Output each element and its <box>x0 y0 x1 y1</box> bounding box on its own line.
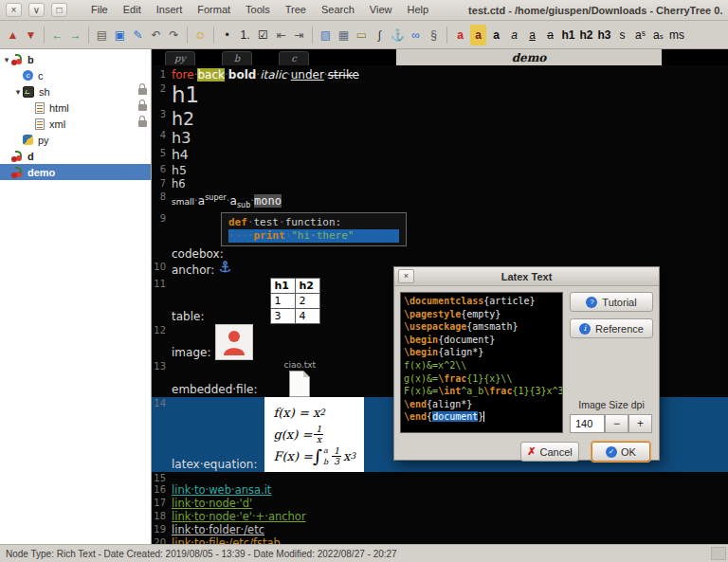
dialog-side-panel: Tutorial Reference Image Size dpi 140 − … <box>570 292 653 433</box>
redo-icon[interactable]: ↷ <box>166 25 182 45</box>
embedded-file[interactable]: ciao.txt <box>283 360 316 397</box>
h3-icon[interactable]: h3 <box>596 25 612 45</box>
latex-source-editor[interactable]: \documentclass{article}\pagestyle{empty}… <box>400 292 563 433</box>
insert-latex-icon[interactable]: ∫ <box>372 25 388 45</box>
tree-node-xml[interactable]: xml <box>0 116 151 132</box>
node-up-icon[interactable]: ▲ <box>5 25 21 45</box>
latex-code-run: \end <box>404 399 427 409</box>
numbered-list-icon[interactable]: 1. <box>237 25 253 45</box>
formatted-text-line: fore·back·bold·italic·under·strike <box>172 68 359 82</box>
small-text-icon[interactable]: s <box>614 25 630 45</box>
dpi-value-field[interactable]: 140 <box>570 414 605 433</box>
menu-view[interactable]: View <box>362 0 400 20</box>
latex-image[interactable]: f(x) = x2 g(x) = 1x F(x) = ∫ab13x3 <box>264 397 364 472</box>
menu-insert[interactable]: Insert <box>149 0 191 20</box>
header-node-c[interactable]: c <box>279 51 309 65</box>
menu-format[interactable]: Format <box>190 0 238 20</box>
code-run: def <box>228 216 247 228</box>
go-back-icon[interactable]: ← <box>49 25 65 45</box>
editor-line: 5h4 <box>152 147 728 163</box>
italic-icon[interactable]: a <box>506 25 522 45</box>
tree-node-html[interactable]: html <box>0 100 151 116</box>
tree-node-b[interactable]: b <box>0 51 151 67</box>
node-icon <box>11 151 23 162</box>
menu-help[interactable]: Help <box>399 0 436 20</box>
menu-tools[interactable]: Tools <box>238 0 278 20</box>
tree-node-py[interactable]: py <box>0 132 151 148</box>
line-number: 16 <box>152 483 172 497</box>
tree-node-label: xml <box>49 118 65 130</box>
h2-icon[interactable]: h2 <box>578 25 594 45</box>
tree-node-sh[interactable]: sh <box>0 83 151 100</box>
menu-file[interactable]: File <box>83 0 116 20</box>
latex-dialog: × Latex Text \documentclass{article}\pag… <box>393 266 660 461</box>
strikethrough-icon[interactable]: a <box>542 25 558 45</box>
close-icon[interactable]: × <box>6 3 22 17</box>
insert-table-icon[interactable]: ▦ <box>336 25 352 45</box>
undo-icon[interactable]: ↶ <box>148 25 164 45</box>
line-number: 17 <box>152 497 172 510</box>
link-to-file-fstab[interactable]: link·to·file·/etc/fstab <box>172 537 281 545</box>
underline-icon[interactable]: a <box>524 25 540 45</box>
expander-icon[interactable] <box>13 87 23 97</box>
link-to-node-e-anchor[interactable]: link·to·node·'e'·+·anchor <box>172 511 306 524</box>
toggle-tree-icon[interactable]: ▤ <box>94 25 110 45</box>
latex-code-run: \frac <box>483 386 512 396</box>
attach-file-icon[interactable]: § <box>426 25 442 45</box>
header-node-py[interactable]: py <box>165 51 195 65</box>
resize-grip[interactable] <box>711 547 726 560</box>
bold-icon[interactable]: a <box>488 25 504 45</box>
node-down-icon[interactable]: ▼ <box>23 25 39 45</box>
menu-search[interactable]: Search <box>314 0 362 20</box>
insert-codebox-icon[interactable]: ▭ <box>354 25 370 45</box>
indent-less-icon[interactable]: ⇤ <box>273 25 289 45</box>
background-color-icon[interactable]: a <box>470 25 486 45</box>
embedded-image[interactable] <box>215 324 253 360</box>
cancel-button[interactable]: ✗Cancel <box>520 442 579 462</box>
insert-link-icon[interactable]: ∞ <box>408 25 424 45</box>
latex-code-run: {article} <box>483 296 535 306</box>
bulleted-list-icon[interactable]: • <box>219 25 235 45</box>
link-to-folder-etc[interactable]: link·to·folder·/etc <box>172 524 264 537</box>
line-number: 2 <box>152 82 172 96</box>
superscript-icon[interactable]: aˢ <box>632 25 648 45</box>
latex-source-line: \end{align*} <box>404 398 559 411</box>
line-number: 13 <box>152 360 172 373</box>
editor-line: 19link·to·folder·/etc <box>152 523 728 536</box>
reference-button[interactable]: Reference <box>570 318 653 338</box>
insert-anchor-icon[interactable]: ⚓ <box>390 25 406 45</box>
subscript-icon[interactable]: aₛ <box>650 25 666 45</box>
menu-tree[interactable]: Tree <box>278 0 314 20</box>
save-as-icon[interactable]: ✎ <box>130 25 146 45</box>
go-forward-icon[interactable]: → <box>67 25 83 45</box>
foreground-color-icon[interactable]: a <box>452 25 468 45</box>
menu-edit[interactable]: Edit <box>116 0 149 20</box>
tree-node-d[interactable]: d <box>0 148 151 164</box>
link-to-web-ansa[interactable]: link·to·web·ansa.it <box>172 484 271 498</box>
main-toolbar: ▲▼←→▤▣✎↶↷☺•1.☑⇤⇥▧▦▭∫⚓∞§aaaaaah1h2h3saˢaₛ… <box>0 21 728 49</box>
dpi-increase-button[interactable]: + <box>628 414 652 433</box>
tree-node-demo[interactable]: demo <box>0 164 151 180</box>
codebox[interactable]: def·test·function:····print·"hi·there" <box>221 212 407 246</box>
dialog-close-icon[interactable]: × <box>398 269 414 283</box>
line-number: 1 <box>152 68 172 82</box>
anchor-icon[interactable] <box>219 261 231 278</box>
insert-image-icon[interactable]: ▧ <box>318 25 334 45</box>
h1-icon[interactable]: h1 <box>560 25 576 45</box>
indent-more-icon[interactable]: ⇥ <box>291 25 307 45</box>
expander-icon[interactable] <box>2 55 11 64</box>
header-node-b[interactable]: b <box>222 51 252 65</box>
minimize-icon[interactable]: ∨ <box>28 3 45 17</box>
monospace-icon[interactable]: ms <box>668 25 685 45</box>
image-label: image: <box>172 346 210 360</box>
maximize-icon[interactable]: □ <box>51 3 67 17</box>
dpi-decrease-button[interactable]: − <box>605 414 628 433</box>
embedded-table[interactable]: h1h2 1234 <box>270 278 320 324</box>
tree-node-c[interactable]: cc <box>0 67 151 83</box>
link-to-node-d[interactable]: link·to·node·'d' <box>172 498 252 511</box>
save-icon[interactable]: ▣ <box>112 25 128 45</box>
tutorial-button[interactable]: Tutorial <box>570 292 653 312</box>
smiley-icon[interactable]: ☺ <box>192 25 209 45</box>
todo-list-icon[interactable]: ☑ <box>255 25 271 45</box>
ok-button[interactable]: ✓OK <box>592 442 650 462</box>
